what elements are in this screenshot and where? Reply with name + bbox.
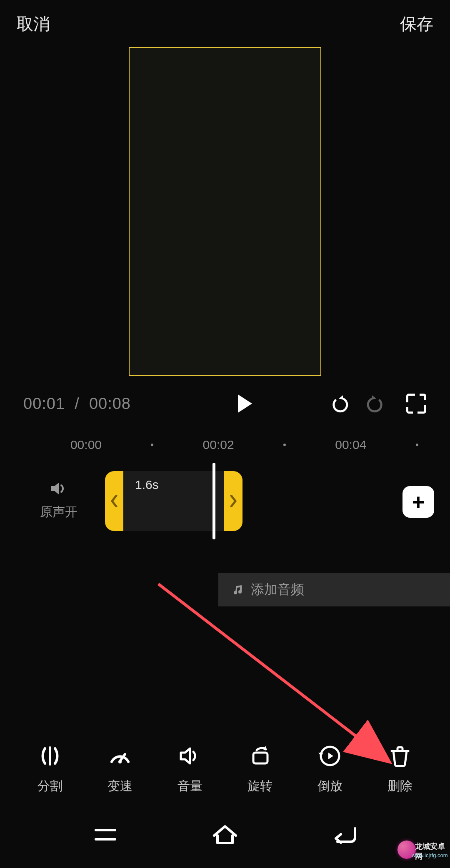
speed-icon [107, 743, 133, 769]
back-icon [332, 825, 358, 844]
svg-line-0 [158, 584, 385, 759]
clip-duration: 1.6s [135, 478, 159, 492]
current-time: 00:01 [23, 395, 65, 412]
ruler-tick: 00:04 [318, 438, 384, 452]
undo-button[interactable] [329, 393, 350, 414]
tool-rotate[interactable]: 旋转 [247, 743, 273, 795]
chevron-right-icon [230, 495, 237, 507]
fullscreen-button[interactable] [406, 393, 427, 414]
volume-icon [177, 743, 203, 769]
rotate-icon [247, 743, 273, 769]
time-ruler[interactable]: 00:00 00:02 00:04 [0, 414, 450, 452]
total-time: 00:08 [89, 395, 131, 412]
time-separator: / [70, 395, 89, 412]
ruler-dot [283, 444, 286, 446]
chevron-left-icon [110, 495, 118, 507]
split-icon [37, 743, 63, 769]
tool-bar: 分割 变速 音量 旋转 倒放 删除 [0, 743, 450, 795]
plus-icon: + [412, 489, 425, 514]
nav-home-button[interactable] [208, 822, 242, 847]
timeline[interactable]: 原声开 1.6s + [0, 471, 450, 538]
nav-menu-button[interactable] [89, 822, 122, 847]
tool-label: 变速 [108, 778, 132, 795]
svg-point-3 [118, 760, 122, 763]
save-button[interactable]: 保存 [400, 12, 433, 35]
tool-label: 倒放 [318, 778, 342, 795]
redo-icon [366, 394, 385, 413]
menu-icon [93, 826, 118, 843]
playhead[interactable] [212, 463, 215, 539]
tool-label: 旋转 [248, 778, 272, 795]
tool-delete[interactable]: 删除 [387, 743, 413, 795]
tool-label: 分割 [38, 778, 62, 795]
playback-time: 00:01 / 00:08 [23, 395, 234, 413]
ruler-dot [416, 444, 418, 446]
reverse-icon [317, 743, 343, 769]
tool-label: 音量 [178, 778, 202, 795]
cancel-button[interactable]: 取消 [17, 12, 50, 35]
original-sound-toggle[interactable]: 原声开 [40, 479, 78, 521]
home-icon [212, 824, 238, 846]
play-icon [238, 394, 252, 413]
trash-icon [387, 743, 413, 769]
undo-icon [330, 394, 349, 413]
watermark: 龙城安卓网 www.lcjrfg.com [395, 840, 445, 866]
watermark-url: www.lcjrfg.com [412, 852, 448, 858]
clip-handle-right[interactable] [224, 471, 242, 531]
play-button[interactable] [234, 393, 256, 414]
system-nav-bar [0, 810, 450, 868]
add-clip-button[interactable]: + [402, 486, 434, 518]
music-note-icon [232, 584, 243, 595]
speaker-icon [50, 479, 68, 498]
tool-speed[interactable]: 变速 [107, 743, 133, 795]
header: 取消 保存 [0, 0, 450, 44]
add-audio-track[interactable]: 添加音频 [218, 573, 450, 606]
nav-back-button[interactable] [328, 822, 361, 847]
svg-rect-4 [253, 753, 268, 763]
playback-controls: 00:01 / 00:08 [0, 376, 450, 414]
ruler-tick: 00:02 [185, 438, 252, 452]
preview-area [0, 44, 450, 376]
redo-button[interactable] [365, 393, 386, 414]
tool-split[interactable]: 分割 [37, 743, 63, 795]
clip-content: 1.6s [123, 471, 224, 531]
tool-label: 删除 [388, 778, 412, 795]
clip-handle-left[interactable] [105, 471, 123, 531]
fullscreen-icon [406, 394, 426, 414]
ruler-dot [151, 444, 153, 446]
video-clip[interactable]: 1.6s [105, 471, 242, 531]
ruler-tick: 00:00 [53, 438, 119, 452]
tool-volume[interactable]: 音量 [177, 743, 203, 795]
tool-reverse[interactable]: 倒放 [317, 743, 343, 795]
add-audio-label: 添加音频 [251, 581, 304, 599]
video-preview[interactable] [129, 47, 321, 376]
sound-label: 原声开 [40, 504, 78, 521]
